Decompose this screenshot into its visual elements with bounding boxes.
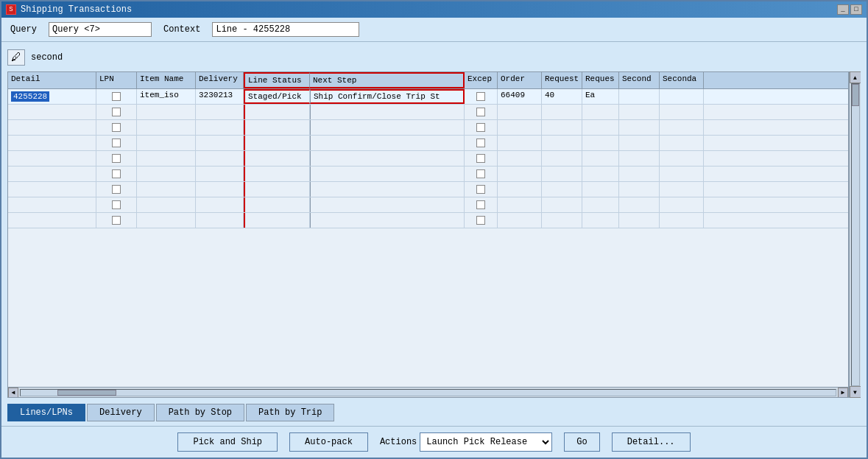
autopack-button[interactable]: Auto-pack bbox=[289, 432, 368, 452]
col-header-delivery: Delivery bbox=[196, 72, 244, 88]
empty-td bbox=[244, 120, 310, 135]
empty-td bbox=[660, 151, 704, 166]
empty-td bbox=[498, 120, 542, 135]
empty-checkbox[interactable] bbox=[112, 216, 121, 225]
main-window: S Shipping Transactions _ □ Query Contex… bbox=[0, 0, 868, 459]
empty-td bbox=[8, 197, 96, 212]
lpn-checkbox[interactable] bbox=[112, 92, 121, 101]
scroll-up-button[interactable]: ▲ bbox=[850, 71, 861, 83]
table-with-scroll: Detail LPN Item Name Delivery Line Statu… bbox=[7, 71, 861, 398]
except-checkbox[interactable] bbox=[476, 92, 485, 101]
empty-td bbox=[196, 167, 244, 181]
empty-td bbox=[542, 120, 582, 135]
empty-td bbox=[137, 105, 196, 119]
actions-select[interactable]: Launch Pick Release bbox=[420, 432, 552, 452]
empty-td bbox=[660, 182, 704, 197]
empty-td bbox=[8, 136, 96, 150]
empty-td bbox=[244, 167, 310, 181]
empty-td bbox=[244, 182, 310, 197]
empty-td bbox=[582, 151, 619, 166]
empty-td bbox=[196, 213, 244, 228]
empty-checkbox[interactable] bbox=[112, 108, 121, 116]
empty-checkbox[interactable] bbox=[476, 169, 485, 178]
toolbar-icon[interactable]: 🖊 bbox=[7, 49, 25, 66]
empty-checkbox[interactable] bbox=[112, 139, 121, 147]
tab-delivery[interactable]: Delivery bbox=[87, 404, 155, 421]
minimize-button[interactable]: _ bbox=[837, 4, 849, 15]
empty-checkbox-td bbox=[465, 182, 498, 197]
vertical-scrollbar[interactable]: ▲ ▼ bbox=[849, 71, 861, 398]
scroll-track[interactable] bbox=[20, 389, 836, 396]
empty-td bbox=[498, 197, 542, 212]
scroll-thumb[interactable] bbox=[57, 390, 116, 396]
tabs-bar: Lines/LPNs Delivery Path by Stop Path by… bbox=[7, 404, 861, 421]
empty-checkbox-td bbox=[96, 120, 137, 135]
empty-td bbox=[619, 213, 660, 228]
empty-checkbox-td bbox=[96, 167, 137, 181]
col-header-detail: Detail bbox=[8, 72, 96, 88]
empty-checkbox[interactable] bbox=[476, 123, 485, 132]
table-body: 4255228 item_iso 3230213 Staged/Pick Shi… bbox=[8, 89, 848, 387]
td-except bbox=[465, 89, 498, 104]
actions-label: Actions bbox=[380, 437, 417, 447]
maximize-button[interactable]: □ bbox=[850, 4, 862, 15]
empty-td bbox=[582, 105, 619, 119]
empty-checkbox-td bbox=[96, 105, 137, 119]
query-input[interactable] bbox=[49, 22, 152, 37]
empty-td bbox=[310, 182, 465, 197]
empty-checkbox[interactable] bbox=[112, 123, 121, 132]
empty-checkbox[interactable] bbox=[476, 216, 485, 225]
go-button[interactable]: Go bbox=[564, 432, 599, 452]
col-header-item: Item Name bbox=[137, 72, 196, 88]
empty-checkbox[interactable] bbox=[112, 200, 121, 209]
empty-checkbox[interactable] bbox=[476, 108, 485, 116]
context-input[interactable] bbox=[212, 22, 359, 37]
empty-td bbox=[8, 120, 96, 135]
empty-td bbox=[498, 167, 542, 181]
scroll-right-button[interactable]: ▶ bbox=[838, 388, 848, 398]
empty-checkbox[interactable] bbox=[112, 169, 121, 178]
table-header: Detail LPN Item Name Delivery Line Statu… bbox=[8, 72, 848, 89]
scroll-down-button[interactable]: ▼ bbox=[850, 386, 861, 398]
empty-row bbox=[8, 136, 848, 151]
empty-td bbox=[244, 151, 310, 166]
bottom-bar: Pick and Ship Auto-pack Actions Launch P… bbox=[1, 426, 867, 458]
empty-checkbox-td bbox=[96, 136, 137, 150]
detail-value: 4255228 bbox=[11, 91, 49, 102]
vertical-scroll-track[interactable] bbox=[851, 83, 860, 386]
empty-td bbox=[498, 182, 542, 197]
empty-td bbox=[619, 136, 660, 150]
tab-path-by-stop[interactable]: Path by Stop bbox=[156, 404, 244, 421]
scroll-left-button[interactable]: ◀ bbox=[8, 388, 18, 398]
vertical-scroll-thumb[interactable] bbox=[852, 84, 859, 106]
col-header-linestatus: Line Status bbox=[244, 72, 310, 88]
empty-checkbox[interactable] bbox=[476, 139, 485, 147]
empty-checkbox-td bbox=[96, 197, 137, 212]
empty-checkbox-td bbox=[465, 213, 498, 228]
empty-row bbox=[8, 167, 848, 182]
empty-td bbox=[619, 197, 660, 212]
empty-td bbox=[196, 120, 244, 135]
empty-td bbox=[660, 120, 704, 135]
empty-td bbox=[660, 197, 704, 212]
col-header-second1: Second bbox=[619, 72, 660, 88]
empty-td bbox=[137, 213, 196, 228]
empty-checkbox[interactable] bbox=[112, 185, 121, 194]
empty-checkbox[interactable] bbox=[476, 200, 485, 209]
td-nextstep: Ship Confirm/Close Trip St bbox=[310, 89, 465, 104]
pick-and-ship-button[interactable]: Pick and Ship bbox=[177, 432, 278, 452]
title-bar-left: S Shipping Transactions bbox=[6, 4, 132, 15]
horizontal-scrollbar[interactable]: ◀ ▶ bbox=[8, 387, 848, 397]
empty-td bbox=[619, 182, 660, 197]
empty-td bbox=[660, 213, 704, 228]
empty-checkbox[interactable] bbox=[476, 154, 485, 163]
empty-td bbox=[582, 182, 619, 197]
detail-button[interactable]: Detail... bbox=[612, 432, 691, 452]
table-row: 4255228 item_iso 3230213 Staged/Pick Shi… bbox=[8, 89, 848, 105]
tab-path-by-trip[interactable]: Path by Trip bbox=[246, 404, 334, 421]
tab-lines-lpns[interactable]: Lines/LPNs bbox=[7, 404, 85, 421]
empty-checkbox[interactable] bbox=[476, 185, 485, 194]
empty-td bbox=[310, 197, 465, 212]
empty-checkbox[interactable] bbox=[112, 154, 121, 163]
main-content: 🖊 second Detail LPN Item Name Delivery L… bbox=[1, 42, 867, 426]
